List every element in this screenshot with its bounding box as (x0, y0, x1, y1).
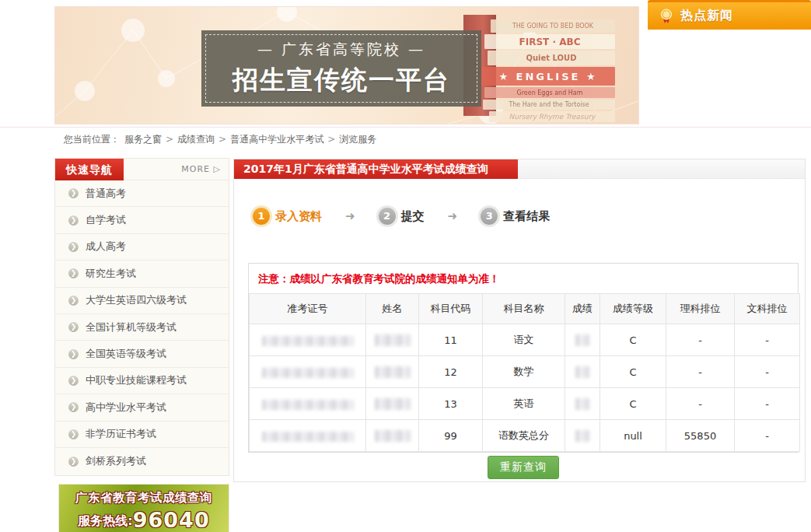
step-3-view-results: 3 查看结果 (481, 208, 550, 225)
breadcrumb-link[interactable]: 普通高中学业水平考试 (230, 134, 323, 145)
sidebar-item-label: 非学历证书考试 (86, 427, 156, 441)
grade-cell: C (600, 356, 666, 388)
arts-rank-cell: - (735, 388, 800, 420)
sidebar-item[interactable]: ❯ 研究生考试 (55, 261, 229, 287)
banner-title: 招生宣传统一平台 (232, 63, 450, 98)
breadcrumb-separator: > (327, 134, 335, 145)
grade-cell: C (600, 324, 666, 356)
table-header-cell: 成绩 (565, 294, 600, 324)
step-2-label: 提交 (401, 209, 425, 224)
quick-nav-sidebar: 快速导航 MORE ▷ ❯ 普通高考 ❯ 自学考试 ❯ 成人高考 ❯ 研究生考试 (54, 158, 229, 476)
subject-code-cell: 99 (419, 420, 483, 452)
step-arrow-icon: ➜ (345, 209, 355, 223)
hotline-number: 96040 (133, 508, 210, 532)
table-row: 99 语数英总分 null 55850 - (250, 420, 800, 452)
table-header-cell: 科目代码 (419, 294, 483, 324)
grade-cell: C (600, 388, 666, 420)
breadcrumb: 您当前位置：服务之窗>成绩查询>普通高中学业水平考试>浏览服务 (64, 133, 379, 146)
ad-line1: 广东省教育考试成绩查询 (59, 490, 229, 506)
sidebar-item-label: 中职专业技能课程考试 (86, 373, 187, 387)
subject-code-cell: 11 (419, 324, 483, 356)
redacted-name (375, 366, 411, 378)
requery-button-row: 重新查询 (248, 456, 799, 479)
step-3-number: 3 (481, 208, 498, 225)
breadcrumb-separator: > (166, 134, 173, 145)
arrow-circle-icon: ❯ (68, 402, 79, 412)
redacted-score (575, 398, 589, 410)
promo-banner[interactable]: — 广东省高等院校 — 招生宣传统一平台 THE GOING TO BED BO… (54, 6, 639, 124)
book-spine: FIRST · ABC (484, 34, 615, 49)
redacted-name (375, 398, 411, 410)
arrow-circle-icon: ❯ (68, 215, 79, 226)
step-2-submit: 2 提交 (379, 208, 425, 225)
table-body: 11 语文 C - - 12 数学 C - (250, 324, 800, 452)
results-table: 准考证号姓名科目代码科目名称成绩成绩等级理科排位文科排位 11 语文 C - - (249, 293, 800, 452)
science-rank-cell: 55850 (666, 420, 735, 452)
redacted-score (575, 430, 589, 442)
name-cell (366, 420, 419, 452)
results-box: 注意：成绩以广东省教育考试院的成绩通知单为准！ 准考证号姓名科目代码科目名称成绩… (248, 263, 799, 453)
sidebar-item[interactable]: ❯ 全国英语等级考试 (55, 341, 229, 367)
subject-code-cell: 12 (419, 356, 483, 388)
ticket-number-cell (250, 356, 366, 388)
redacted-ticket-number (262, 336, 354, 346)
table-row: 13 英语 C - - (250, 388, 800, 420)
sidebar-item-label: 高中学业水平考试 (86, 401, 166, 415)
redacted-ticket-number (262, 400, 354, 410)
grade-cell: null (600, 420, 666, 452)
arrow-circle-icon: ❯ (68, 349, 79, 359)
table-header-cell: 文科排位 (735, 294, 800, 324)
banner-title-box: — 广东省高等院校 — 招生宣传统一平台 (201, 30, 481, 107)
book-spine: ★ ENGLISE ★ (481, 67, 615, 86)
table-header-cell: 理科排位 (666, 294, 735, 324)
redacted-score (575, 366, 589, 378)
book-spine: The Hare and the Tortoise (483, 100, 615, 110)
name-cell (366, 356, 419, 388)
sidebar-item[interactable]: ❯ 普通高考 (55, 180, 229, 207)
book-spine: Nursery Rhyme Treasury (489, 111, 615, 122)
requery-button[interactable]: 重新查询 (488, 456, 559, 479)
sidebar-item[interactable]: ❯ 全国计算机等级考试 (55, 314, 229, 341)
table-header-row: 准考证号姓名科目代码科目名称成绩成绩等级理科排位文科排位 (250, 294, 800, 324)
sidebar-item-label: 普通高考 (86, 187, 126, 201)
breadcrumb-link[interactable]: 服务之窗 (124, 134, 162, 145)
subject-code-cell: 13 (419, 388, 483, 420)
arrow-circle-icon: ❯ (68, 268, 79, 278)
hot-news-header: 热点新闻 (648, 0, 811, 30)
step-1-number: 1 (253, 208, 270, 225)
table-header-cell: 成绩等级 (600, 294, 666, 324)
hot-news-title: 热点新闻 (680, 8, 733, 24)
sidebar-item[interactable]: ❯ 自学考试 (55, 207, 229, 233)
main-panel: 2017年1月广东省普通高中学业水平考试成绩查询 1 录入资料 ➜ 2 提交 ➜… (233, 159, 806, 482)
table-header-cell: 准考证号 (250, 294, 366, 324)
step-3-label: 查看结果 (503, 209, 550, 224)
sidebar-item[interactable]: ❯ 非学历证书考试 (55, 422, 229, 448)
sidebar-more-link[interactable]: MORE ▷ (181, 164, 229, 174)
arrow-circle-icon: ❯ (68, 376, 79, 386)
sidebar-title: 快速导航 (55, 159, 124, 180)
sidebar-nav: ❯ 普通高考 ❯ 自学考试 ❯ 成人高考 ❯ 研究生考试 ❯ 大学生英语四六级考… (55, 180, 229, 474)
ad-line2: 服务热线:96040 (59, 508, 229, 532)
sidebar-item[interactable]: ❯ 剑桥系列考试 (55, 448, 229, 474)
divider (0, 127, 811, 128)
sidebar-item[interactable]: ❯ 中职专业技能课程考试 (55, 368, 229, 394)
subject-name-cell: 英语 (483, 388, 565, 420)
sidebar-item[interactable]: ❯ 高中学业水平考试 (55, 394, 229, 421)
subject-name-cell: 语数英总分 (483, 420, 565, 452)
step-arrow-icon: ➜ (448, 209, 458, 223)
breadcrumb-link[interactable]: 成绩查询 (177, 134, 215, 145)
sidebar-item-label: 全国计算机等级考试 (86, 320, 177, 334)
table-row: 12 数学 C - - (250, 356, 800, 388)
ticket-number-cell (250, 420, 366, 452)
sidebar-item[interactable]: ❯ 成人高考 (55, 234, 229, 261)
hotline-ad-banner[interactable]: 广东省教育考试成绩查询 服务热线:96040 (58, 484, 229, 532)
score-cell (565, 388, 600, 420)
science-rank-cell: - (666, 356, 735, 388)
sidebar-item-label: 全国英语等级考试 (86, 347, 166, 361)
step-1-label: 录入资料 (275, 209, 322, 224)
step-1-enter-info: 1 录入资料 (253, 208, 322, 225)
arrow-circle-icon: ❯ (68, 188, 79, 198)
score-cell (565, 420, 600, 452)
breadcrumb-link[interactable]: 浏览服务 (339, 134, 376, 145)
sidebar-item[interactable]: ❯ 大学生英语四六级考试 (55, 288, 229, 314)
